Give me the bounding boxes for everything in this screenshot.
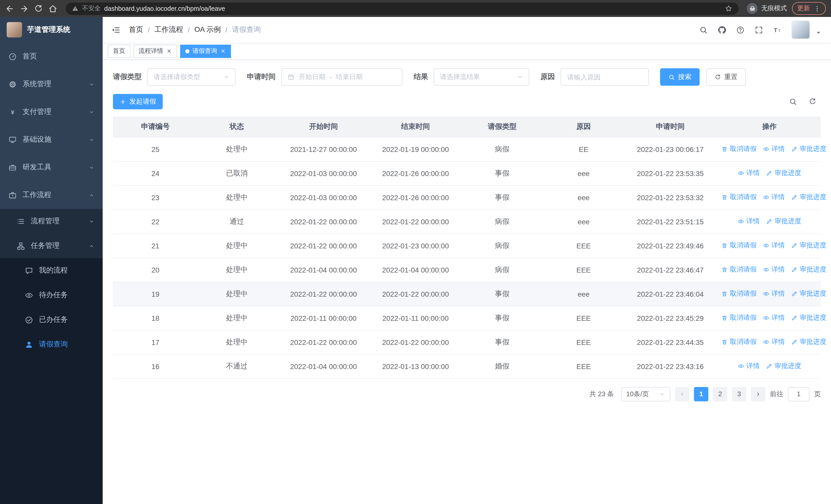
apply-time-range-picker[interactable]: 开始日期 - 结束日期 [281,68,402,86]
action-cancel[interactable]: 取消请假 [721,313,756,323]
refresh-table-button[interactable] [808,97,816,106]
action-detail[interactable]: 详情 [763,193,785,202]
table-row: 23处理中2022-01-03 00:00:002022-01-26 00:00… [113,185,821,209]
browser-reload-button[interactable] [34,4,43,13]
sidebar-item-workflow[interactable]: 工作流程 [0,181,103,209]
browser-menu-icon[interactable] [813,5,821,12]
reset-button[interactable]: 重置 [706,68,746,86]
create-leave-button[interactable]: 发起请假 [113,94,163,109]
fullscreen-icon[interactable] [754,25,763,34]
action-progress[interactable]: 审批进度 [766,169,801,178]
chevron-down-icon [223,74,229,80]
help-icon[interactable] [736,25,745,34]
end-date-placeholder[interactable]: 结束日期 [336,72,363,82]
list-icon [17,217,25,226]
action-detail[interactable]: 详情 [763,313,785,323]
action-detail[interactable]: 详情 [763,145,785,154]
action-cancel[interactable]: 取消请假 [721,145,756,154]
next-page-button[interactable] [751,387,765,401]
user-avatar[interactable] [792,21,810,39]
global-search-icon[interactable] [699,25,708,34]
start-date-placeholder[interactable]: 开始日期 [299,72,325,82]
tab-2[interactable]: 请假查询 [180,45,231,58]
sidebar-item-task-management[interactable]: 任务管理 [0,234,103,258]
sidebar-item-todo-tasks[interactable]: 待办任务 [0,283,103,307]
action-detail[interactable]: 详情 [763,337,785,347]
sidebar-item-dev-tools[interactable]: 研发工具 [0,153,103,181]
action-progress[interactable]: 审批进度 [791,337,826,347]
github-icon[interactable] [718,25,726,34]
column-header: 状态 [198,117,276,137]
action-progress[interactable]: 审批进度 [766,362,801,371]
close-icon[interactable] [220,48,226,54]
browser-forward-button[interactable] [20,4,29,13]
action-detail[interactable]: 详情 [763,241,785,250]
action-cancel[interactable]: 取消请假 [721,289,756,298]
sidebar-item-process-management[interactable]: 流程管理 [0,209,103,234]
action-detail[interactable]: 详情 [738,217,760,226]
page-button-3[interactable]: 3 [732,387,746,401]
browser-update-button[interactable]: 更新 [792,2,826,15]
action-cancel[interactable]: 取消请假 [721,193,756,202]
action-progress[interactable]: 审批进度 [791,313,826,323]
action-cancel[interactable]: 取消请假 [721,337,756,347]
sidebar-item-home[interactable]: 首页 [0,42,103,70]
chevron-down-icon [659,391,665,397]
sidebar-item-my-process[interactable]: 我的流程 [0,258,103,283]
action-detail[interactable]: 详情 [738,362,760,371]
cell-reason: EEE [545,306,622,330]
browser-home-button[interactable] [48,4,57,13]
action-progress[interactable]: 审批进度 [791,241,826,250]
cell-actions: 取消请假详情审批进度 [718,234,821,258]
page-button-1[interactable]: 1 [694,387,708,401]
reason-label: 原因 [541,72,555,82]
font-size-icon[interactable]: TT [773,25,782,34]
sidebar-item-payment-management[interactable]: ¥支付管理 [0,98,103,126]
edit-icon [766,363,773,369]
sidebar-item-leave-query[interactable]: 请假查询 [0,332,103,357]
browser-back-button[interactable] [5,4,15,13]
breadcrumb-item[interactable]: 工作流程 [154,25,183,34]
toggle-search-button[interactable] [789,97,797,106]
sidebar-item-infrastructure[interactable]: 基础设施 [0,126,103,153]
toolbox-icon [8,163,17,172]
close-icon[interactable] [166,48,172,54]
action-detail[interactable]: 详情 [763,289,785,298]
breadcrumb-separator: / [148,26,150,34]
app-logo[interactable]: 芋道管理系统 [0,17,103,42]
cell-apply-time: 2022-01-22 23:49:46 [623,234,718,258]
tab-0[interactable]: 首页 [108,45,131,58]
security-warning-icon[interactable] [72,5,79,12]
avatar-caret-icon[interactable] [814,28,823,37]
reason-input[interactable] [561,68,649,86]
page-button-2[interactable]: 2 [713,387,727,401]
action-progress[interactable]: 审批进度 [791,145,826,154]
action-detail[interactable]: 详情 [738,169,760,178]
goto-page-input[interactable] [788,387,809,401]
action-progress[interactable]: 审批进度 [791,193,826,202]
table-header-row: 申请编号状态开始时间结束时间请假类型原因申请时间操作 [113,117,821,137]
sidebar-collapse-button[interactable] [111,25,121,35]
tab-1[interactable]: 流程详情 [134,45,177,58]
action-progress[interactable]: 审批进度 [766,217,801,226]
result-select[interactable]: 请选择流结果 [434,68,529,86]
action-progress[interactable]: 审批进度 [791,265,826,274]
action-cancel[interactable]: 取消请假 [721,241,756,250]
action-detail[interactable]: 详情 [763,265,785,274]
action-label: 审批进度 [775,362,801,371]
prev-page-button[interactable] [675,387,689,401]
action-progress[interactable]: 审批进度 [791,289,826,298]
breadcrumb-item[interactable]: OA 示例 [195,25,221,34]
total-count: 共 23 条 [590,389,614,398]
security-warning-label[interactable]: 不安全 [82,4,101,13]
address-bar[interactable]: 不安全 dashboard.yudao.iocoder.cn/bpm/oa/le… [66,2,739,14]
leave-type-select[interactable]: 请选择请假类型 [147,68,236,86]
sidebar-item-system-management[interactable]: 系统管理 [0,70,103,98]
breadcrumb-item[interactable]: 首页 [129,25,143,34]
action-cancel[interactable]: 取消请假 [721,265,756,274]
search-button[interactable]: 搜索 [660,68,699,86]
bookmark-star-icon[interactable] [725,5,733,12]
url-text[interactable]: dashboard.yudao.iocoder.cn/bpm/oa/leave [104,5,225,12]
page-size-select[interactable]: 10条/页 [621,387,670,401]
sidebar-item-done-tasks[interactable]: 已办任务 [0,307,103,332]
